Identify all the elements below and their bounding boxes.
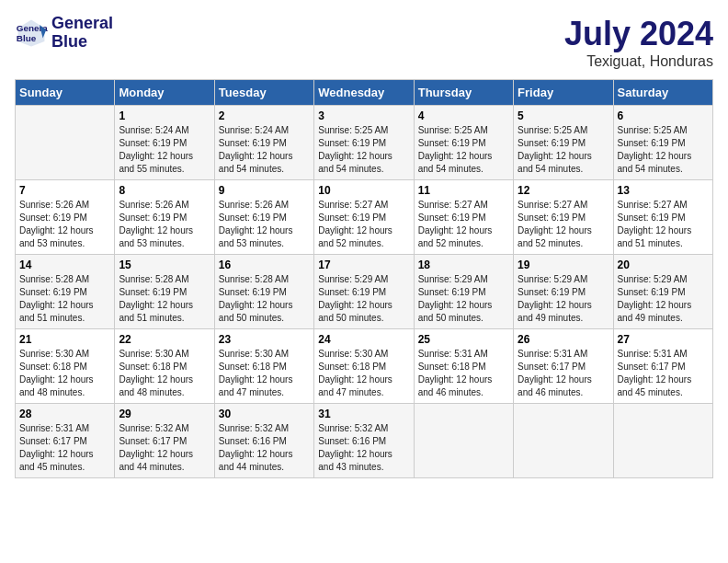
day-number: 31 (318, 408, 409, 420)
weekday-header: Friday (514, 80, 613, 106)
day-number: 13 (618, 184, 709, 197)
logo-text: General Blue (51, 15, 113, 52)
day-number: 5 (518, 109, 609, 122)
week-row: 7Sunrise: 5:26 AMSunset: 6:19 PMDaylight… (16, 180, 713, 255)
day-info: Sunrise: 5:24 AMSunset: 6:19 PMDaylight:… (219, 124, 310, 176)
day-info: Sunrise: 5:31 AMSunset: 6:17 PMDaylight:… (518, 348, 609, 399)
day-info: Sunrise: 5:28 AMSunset: 6:19 PMDaylight:… (219, 273, 310, 325)
page-header: General Blue General Blue July 2024 Texi… (15, 15, 713, 70)
day-info: Sunrise: 5:32 AMSunset: 6:17 PMDaylight:… (119, 422, 210, 474)
week-row: 28Sunrise: 5:31 AMSunset: 6:17 PMDayligh… (16, 404, 713, 478)
day-number: 4 (418, 109, 509, 122)
day-cell (16, 106, 115, 180)
day-number: 3 (318, 109, 409, 122)
day-info: Sunrise: 5:24 AMSunset: 6:19 PMDaylight:… (119, 124, 210, 176)
day-info: Sunrise: 5:27 AMSunset: 6:19 PMDaylight:… (418, 199, 509, 250)
day-cell: 17Sunrise: 5:29 AMSunset: 6:19 PMDayligh… (314, 255, 414, 329)
week-row: 21Sunrise: 5:30 AMSunset: 6:18 PMDayligh… (16, 329, 713, 404)
day-number: 1 (119, 109, 210, 122)
location-title: Texiguat, Honduras (564, 53, 713, 70)
weekday-header: Tuesday (214, 80, 313, 106)
day-info: Sunrise: 5:29 AMSunset: 6:19 PMDaylight:… (318, 273, 409, 325)
day-info: Sunrise: 5:30 AMSunset: 6:18 PMDaylight:… (318, 348, 409, 399)
day-cell: 18Sunrise: 5:29 AMSunset: 6:19 PMDayligh… (414, 255, 513, 329)
day-cell: 4Sunrise: 5:25 AMSunset: 6:19 PMDaylight… (414, 106, 513, 180)
day-info: Sunrise: 5:30 AMSunset: 6:18 PMDaylight:… (219, 348, 310, 399)
day-cell: 27Sunrise: 5:31 AMSunset: 6:17 PMDayligh… (613, 329, 712, 404)
day-cell: 11Sunrise: 5:27 AMSunset: 6:19 PMDayligh… (414, 180, 513, 255)
day-info: Sunrise: 5:25 AMSunset: 6:19 PMDaylight:… (418, 124, 509, 176)
day-cell: 28Sunrise: 5:31 AMSunset: 6:17 PMDayligh… (16, 404, 115, 478)
day-number: 7 (19, 184, 110, 197)
day-cell: 14Sunrise: 5:28 AMSunset: 6:19 PMDayligh… (16, 255, 115, 329)
day-number: 22 (119, 333, 210, 346)
day-cell: 8Sunrise: 5:26 AMSunset: 6:19 PMDaylight… (115, 180, 214, 255)
day-cell: 15Sunrise: 5:28 AMSunset: 6:19 PMDayligh… (115, 255, 214, 329)
day-cell: 6Sunrise: 5:25 AMSunset: 6:19 PMDaylight… (613, 106, 712, 180)
day-number: 26 (518, 333, 609, 346)
day-number: 10 (318, 184, 409, 197)
day-cell: 5Sunrise: 5:25 AMSunset: 6:19 PMDaylight… (514, 106, 613, 180)
day-number: 30 (219, 408, 310, 420)
day-number: 29 (119, 408, 210, 420)
day-number: 25 (418, 333, 509, 346)
day-cell: 24Sunrise: 5:30 AMSunset: 6:18 PMDayligh… (314, 329, 414, 404)
day-cell: 25Sunrise: 5:31 AMSunset: 6:18 PMDayligh… (414, 329, 513, 404)
day-cell: 30Sunrise: 5:32 AMSunset: 6:16 PMDayligh… (214, 404, 313, 478)
weekday-header: Thursday (414, 80, 513, 106)
logo-icon: General Blue (15, 17, 48, 50)
weekday-header: Saturday (613, 80, 712, 106)
day-info: Sunrise: 5:28 AMSunset: 6:19 PMDaylight:… (19, 273, 110, 325)
day-number: 6 (618, 109, 709, 122)
day-cell: 3Sunrise: 5:25 AMSunset: 6:19 PMDaylight… (314, 106, 414, 180)
calendar-table: SundayMondayTuesdayWednesdayThursdayFrid… (15, 79, 713, 478)
day-number: 23 (219, 333, 310, 346)
day-number: 17 (318, 259, 409, 271)
day-number: 18 (418, 259, 509, 271)
day-number: 14 (19, 259, 110, 271)
day-info: Sunrise: 5:29 AMSunset: 6:19 PMDaylight:… (418, 273, 509, 325)
day-info: Sunrise: 5:25 AMSunset: 6:19 PMDaylight:… (618, 124, 709, 176)
day-cell: 21Sunrise: 5:30 AMSunset: 6:18 PMDayligh… (16, 329, 115, 404)
day-number: 8 (119, 184, 210, 197)
day-cell: 29Sunrise: 5:32 AMSunset: 6:17 PMDayligh… (115, 404, 214, 478)
day-info: Sunrise: 5:29 AMSunset: 6:19 PMDaylight:… (518, 273, 609, 325)
day-cell (514, 404, 613, 478)
day-info: Sunrise: 5:26 AMSunset: 6:19 PMDaylight:… (119, 199, 210, 250)
logo-line2: Blue (51, 33, 113, 52)
day-cell: 12Sunrise: 5:27 AMSunset: 6:19 PMDayligh… (514, 180, 613, 255)
day-cell: 9Sunrise: 5:26 AMSunset: 6:19 PMDaylight… (214, 180, 313, 255)
week-row: 1Sunrise: 5:24 AMSunset: 6:19 PMDaylight… (16, 106, 713, 180)
day-cell: 13Sunrise: 5:27 AMSunset: 6:19 PMDayligh… (613, 180, 712, 255)
logo-line1: General (51, 15, 113, 33)
day-number: 19 (518, 259, 609, 271)
day-info: Sunrise: 5:26 AMSunset: 6:19 PMDaylight:… (19, 199, 110, 250)
day-number: 12 (518, 184, 609, 197)
day-info: Sunrise: 5:26 AMSunset: 6:19 PMDaylight:… (219, 199, 310, 250)
day-cell: 1Sunrise: 5:24 AMSunset: 6:19 PMDaylight… (115, 106, 214, 180)
day-number: 20 (618, 259, 709, 271)
calendar-body: 1Sunrise: 5:24 AMSunset: 6:19 PMDaylight… (16, 106, 713, 478)
day-info: Sunrise: 5:27 AMSunset: 6:19 PMDaylight:… (318, 199, 409, 250)
day-cell: 16Sunrise: 5:28 AMSunset: 6:19 PMDayligh… (214, 255, 313, 329)
day-info: Sunrise: 5:31 AMSunset: 6:17 PMDaylight:… (19, 422, 110, 474)
day-cell: 26Sunrise: 5:31 AMSunset: 6:17 PMDayligh… (514, 329, 613, 404)
day-cell: 20Sunrise: 5:29 AMSunset: 6:19 PMDayligh… (613, 255, 712, 329)
day-info: Sunrise: 5:30 AMSunset: 6:18 PMDaylight:… (19, 348, 110, 399)
day-number: 27 (618, 333, 709, 346)
day-cell: 19Sunrise: 5:29 AMSunset: 6:19 PMDayligh… (514, 255, 613, 329)
day-info: Sunrise: 5:31 AMSunset: 6:17 PMDaylight:… (618, 348, 709, 399)
weekday-header: Monday (115, 80, 214, 106)
day-cell: 23Sunrise: 5:30 AMSunset: 6:18 PMDayligh… (214, 329, 313, 404)
day-cell: 22Sunrise: 5:30 AMSunset: 6:18 PMDayligh… (115, 329, 214, 404)
month-title: July 2024 (564, 15, 713, 53)
day-number: 15 (119, 259, 210, 271)
day-info: Sunrise: 5:25 AMSunset: 6:19 PMDaylight:… (518, 124, 609, 176)
week-row: 14Sunrise: 5:28 AMSunset: 6:19 PMDayligh… (16, 255, 713, 329)
day-number: 16 (219, 259, 310, 271)
day-number: 11 (418, 184, 509, 197)
day-cell: 2Sunrise: 5:24 AMSunset: 6:19 PMDaylight… (214, 106, 313, 180)
day-cell (613, 404, 712, 478)
logo: General Blue General Blue (15, 15, 113, 52)
day-number: 28 (19, 408, 110, 420)
